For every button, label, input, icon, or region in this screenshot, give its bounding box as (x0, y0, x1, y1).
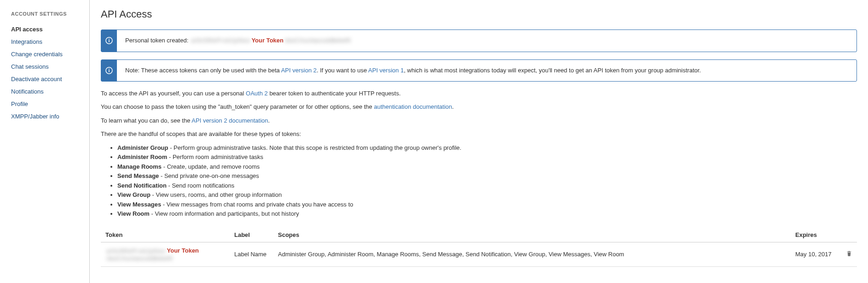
scope-item: Administer Room - Perform room administr… (117, 153, 857, 162)
sidebar-item-chat-sessions[interactable]: Chat sessions (11, 60, 89, 73)
scope-name: Send Notification (117, 182, 167, 189)
sidebar-item-xmpp-jabber-info[interactable]: XMPP/Jabber info (11, 110, 89, 123)
sidebar-item-profile[interactable]: Profile (11, 98, 89, 110)
svg-rect-4 (109, 70, 110, 72)
scope-name: Send Message (117, 172, 159, 179)
scope-item: Send Message - Send private one-on-one m… (117, 171, 857, 181)
scope-name: Manage Rooms (117, 163, 162, 170)
main-content: API Access Personal token created: Your … (90, 0, 868, 283)
scope-desc: - Perform room administrative tasks (167, 153, 263, 160)
token-highlight: Your Token (251, 37, 284, 44)
scope-name: View Group (117, 191, 150, 198)
scope-name: Administer Room (117, 153, 167, 160)
link-auth-doc[interactable]: authentication documentation (374, 103, 452, 110)
alert-token-created: Personal token created: Your Token (101, 29, 857, 52)
note-text-post: , which is what most integrations today … (404, 67, 701, 74)
scope-desc: - View messages from chat rooms and priv… (161, 201, 353, 208)
th-scopes: Scopes (273, 228, 791, 242)
token-redacted-left (191, 36, 250, 45)
alert-note: Note: These access tokens can only be us… (101, 59, 857, 82)
th-label: Label (230, 228, 273, 242)
alert-token-created-text: Personal token created: Your Token (117, 30, 360, 52)
intro-p2-post: . (452, 103, 454, 110)
intro-p1-pre: To access the API as yourself, you can u… (101, 90, 246, 97)
sidebar-item-integrations[interactable]: Integrations (11, 35, 89, 48)
table-row: Your Token Label Name Administer Group, … (101, 242, 857, 266)
token-redacted-right (284, 36, 351, 45)
scope-item: Administer Group - Perform group adminis… (117, 143, 857, 153)
scope-name: View Messages (117, 201, 161, 208)
cell-label: Label Name (230, 242, 273, 266)
sidebar-item-api-access[interactable]: API access (11, 23, 89, 35)
intro-p3-post: . (268, 117, 270, 124)
cell-token: Your Token (101, 242, 230, 266)
sidebar: ACCOUNT SETTINGS API access Integrations… (0, 0, 90, 283)
cell-action (841, 242, 857, 266)
scopes-list: Administer Group - Perform group adminis… (101, 143, 857, 218)
scope-item: View Room - View room information and pa… (117, 209, 857, 218)
svg-rect-5 (109, 69, 110, 70)
scope-item: Send Notification - Send room notificati… (117, 181, 857, 190)
th-token: Token (101, 228, 230, 242)
link-api-version-1[interactable]: API version 1 (368, 67, 404, 74)
note-text-mid: . If you want to use (317, 67, 368, 74)
token-redacted-right (106, 255, 173, 262)
intro-paragraph-2: You can choose to pass the token using t… (101, 102, 857, 112)
scope-desc: - Perform group administrative tasks. No… (168, 144, 462, 151)
cell-scopes: Administer Group, Administer Room, Manag… (273, 242, 791, 266)
svg-rect-2 (109, 39, 110, 40)
info-icon (101, 60, 117, 81)
th-expires: Expires (791, 228, 841, 242)
scope-desc: - View room information and participants… (150, 210, 299, 217)
intro-paragraph-3: To learn what you can do, see the API ve… (101, 116, 857, 125)
intro-p1-post: bearer token to authenticate your HTTP r… (268, 90, 401, 97)
scope-desc: - Send room notifications (167, 182, 234, 189)
link-oauth2[interactable]: OAuth 2 (246, 90, 268, 97)
tokens-table: Token Label Scopes Expires Your Token La… (101, 228, 857, 267)
token-highlight: Your Token (167, 247, 199, 254)
sidebar-heading: ACCOUNT SETTINGS (11, 11, 89, 17)
alert-token-created-prefix: Personal token created: (125, 37, 190, 44)
sidebar-item-notifications[interactable]: Notifications (11, 85, 89, 98)
token-redacted-left (106, 248, 166, 254)
scope-desc: - Create, update, and remove rooms (162, 163, 260, 170)
intro-paragraph-1: To access the API as yourself, you can u… (101, 89, 857, 98)
alert-note-text: Note: These access tokens can only be us… (117, 60, 709, 81)
scope-name: Administer Group (117, 144, 168, 151)
note-text-pre: Note: These access tokens can only be us… (125, 67, 281, 74)
sidebar-item-deactivate-account[interactable]: Deactivate account (11, 73, 89, 85)
link-api-v2-doc[interactable]: API version 2 documentation (191, 117, 268, 124)
cell-expires: May 10, 2017 (791, 242, 841, 266)
scope-item: View Group - View users, rooms, and othe… (117, 190, 857, 200)
scope-name: View Room (117, 210, 150, 217)
scope-item: View Messages - View messages from chat … (117, 200, 857, 209)
info-icon (101, 30, 117, 52)
scope-desc: - Send private one-on-one messages (159, 172, 259, 179)
sidebar-item-change-credentials[interactable]: Change credentials (11, 48, 89, 60)
delete-icon[interactable] (846, 251, 852, 258)
intro-p2-pre: You can choose to pass the token using t… (101, 103, 374, 110)
svg-rect-1 (109, 40, 110, 42)
link-api-version-2[interactable]: API version 2 (281, 67, 317, 74)
th-action (841, 228, 857, 242)
scope-item: Manage Rooms - Create, update, and remov… (117, 162, 857, 171)
page-title: API Access (101, 8, 857, 20)
intro-p3-pre: To learn what you can do, see the (101, 117, 191, 124)
table-header-row: Token Label Scopes Expires (101, 228, 857, 242)
scope-desc: - View users, rooms, and other group inf… (150, 191, 282, 198)
intro-paragraph-4: There are the handful of scopes that are… (101, 130, 857, 139)
